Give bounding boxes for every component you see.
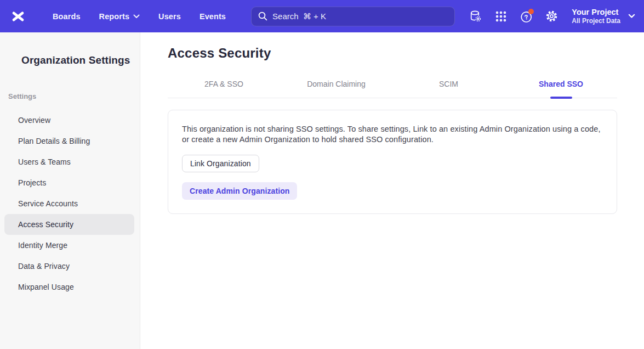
mixpanel-logo-icon xyxy=(10,9,26,24)
sidebar-item-data-privacy[interactable]: Data & Privacy xyxy=(0,256,140,277)
settings-gear-icon xyxy=(545,9,558,23)
project-switcher[interactable]: Your Project All Project Data xyxy=(572,7,635,25)
apps-grid-icon xyxy=(494,10,508,23)
active-tab-indicator xyxy=(550,97,572,99)
access-security-tabs: 2FA & SSO Domain Claiming SCIM Shared SS… xyxy=(168,80,617,98)
mixpanel-logo[interactable] xyxy=(10,8,26,25)
nav-item-boards-label: Boards xyxy=(53,12,81,21)
sidebar-item-users-teams[interactable]: Users & Teams xyxy=(0,151,140,172)
tab-2fa-sso[interactable]: 2FA & SSO xyxy=(168,80,280,98)
search-bar[interactable] xyxy=(251,7,455,26)
tab-scim[interactable]: SCIM xyxy=(392,80,505,98)
sidebar-item-projects[interactable]: Projects xyxy=(0,172,140,193)
navbar-right-cluster: ? Your Project All Project Data xyxy=(463,5,635,27)
search-input[interactable] xyxy=(272,12,448,21)
help-button[interactable]: ? xyxy=(514,5,539,27)
nav-item-events-label: Events xyxy=(200,12,226,21)
page-title: Access Security xyxy=(168,46,617,61)
apps-grid-button[interactable] xyxy=(488,5,514,27)
chevron-down-icon xyxy=(133,14,140,19)
sidebar-item-identity-merge[interactable]: Identity Merge xyxy=(0,235,140,256)
notification-dot xyxy=(528,9,534,14)
project-switcher-text: Your Project All Project Data xyxy=(572,7,620,25)
top-navbar: Boards Reports Users Events xyxy=(0,0,644,32)
link-organization-button[interactable]: Link Organization xyxy=(182,155,259,172)
shared-sso-card: This organization is not sharing SSO set… xyxy=(168,110,617,214)
search-icon xyxy=(258,12,267,21)
sidebar-item-overview[interactable]: Overview xyxy=(0,110,140,131)
tab-shared-sso[interactable]: Shared SSO xyxy=(505,80,617,98)
shared-sso-description: This organization is not sharing SSO set… xyxy=(182,124,602,145)
data-management-button[interactable] xyxy=(463,5,488,27)
primary-nav: Boards Reports Users Events xyxy=(46,8,232,25)
sidebar-nav: Overview Plan Details & Billing Users & … xyxy=(0,110,140,297)
nav-item-boards[interactable]: Boards xyxy=(46,8,87,25)
nav-item-users[interactable]: Users xyxy=(152,8,187,25)
tab-2fa-sso-label: 2FA & SSO xyxy=(204,80,243,88)
nav-item-users-label: Users xyxy=(158,12,181,21)
project-scope: All Project Data xyxy=(572,17,620,25)
tab-domain-claiming[interactable]: Domain Claiming xyxy=(280,80,392,98)
tab-domain-claiming-label: Domain Claiming xyxy=(307,80,366,88)
org-settings-sidebar: Organization Settings Settings Overview … xyxy=(0,32,140,349)
tab-shared-sso-label: Shared SSO xyxy=(539,80,583,88)
main-content: Access Security 2FA & SSO Domain Claimin… xyxy=(140,32,644,349)
sidebar-title: Organization Settings xyxy=(21,54,140,66)
nav-item-reports-label: Reports xyxy=(99,12,130,21)
create-admin-organization-button[interactable]: Create Admin Organization xyxy=(182,182,297,200)
chevron-down-icon xyxy=(628,14,635,19)
sidebar-item-service-accounts[interactable]: Service Accounts xyxy=(0,193,140,214)
sidebar-item-access-security[interactable]: Access Security xyxy=(4,214,134,235)
tab-scim-label: SCIM xyxy=(439,80,458,88)
sidebar-item-mixpanel-usage[interactable]: Mixpanel Usage xyxy=(0,277,140,297)
project-name: Your Project xyxy=(572,7,620,17)
nav-item-events[interactable]: Events xyxy=(193,8,232,25)
sidebar-section-label: Settings xyxy=(8,92,140,100)
settings-button[interactable] xyxy=(539,5,564,27)
nav-item-reports[interactable]: Reports xyxy=(93,8,147,25)
database-gear-icon xyxy=(469,9,483,24)
sidebar-item-plan-details-billing[interactable]: Plan Details & Billing xyxy=(0,131,140,151)
svg-text:?: ? xyxy=(524,13,529,20)
